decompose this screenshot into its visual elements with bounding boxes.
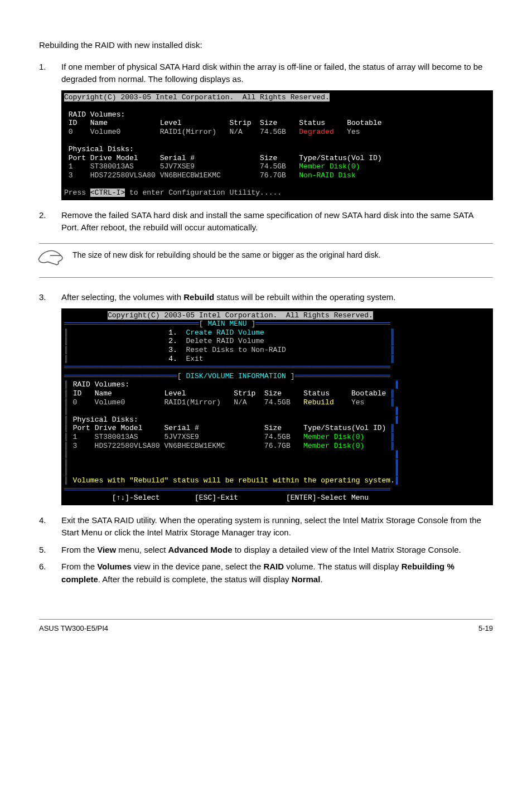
step3-pre: After selecting, the volumes with bbox=[61, 292, 183, 302]
menu-create: Create RAID Volume bbox=[186, 328, 264, 337]
step-2-num: 2. bbox=[39, 209, 61, 234]
rebuild-hint: Volumes with "Rebuild" status will be re… bbox=[69, 476, 395, 485]
s6d: RAID bbox=[263, 562, 284, 571]
s5a: From the bbox=[61, 545, 97, 554]
footer-right: 5-19 bbox=[478, 623, 493, 634]
s6b: Volumes bbox=[97, 562, 131, 571]
bios-screenshot-1: Copyright(C) 2003-05 Intel Corporation. … bbox=[61, 90, 493, 200]
note-block: The size of new disk for rebuilding shou… bbox=[39, 243, 493, 278]
step-6-num: 6. bbox=[39, 561, 61, 586]
step-2: 2. Remove the failed SATA hard disk and … bbox=[39, 209, 493, 234]
s6e: volume. The status will display bbox=[284, 562, 402, 571]
status-degraded: Degraded bbox=[299, 128, 333, 136]
status-rebuild: Rebuild bbox=[303, 398, 334, 407]
step-6-text: From the Volumes view in the device pane… bbox=[61, 561, 493, 586]
step-1: 1. If one member of physical SATA Hard d… bbox=[39, 61, 493, 86]
menu-delete: Delete RAID Volume bbox=[186, 337, 264, 345]
s5b: View bbox=[97, 545, 116, 554]
s6g: . After the rebuild is complete, the sta… bbox=[98, 574, 292, 584]
intro-text: Rebuilding the RAID with new installed d… bbox=[39, 39, 493, 52]
s5c: menu, select bbox=[116, 545, 168, 554]
s6c: view in the device pane, select the bbox=[132, 562, 264, 571]
menu-exit: Exit bbox=[186, 355, 203, 363]
bios-screenshot-2: Copyright(C) 2003-05 Intel Corporation. … bbox=[61, 308, 493, 505]
s6a: From the bbox=[61, 562, 97, 571]
note-text: The size of new disk for rebuilding shou… bbox=[72, 249, 493, 261]
footer-left: ASUS TW300-E5/PI4 bbox=[39, 623, 108, 634]
step3-post: status will be rebuilt within the operat… bbox=[214, 292, 395, 302]
page-footer: ASUS TW300-E5/PI4 5-19 bbox=[39, 619, 493, 634]
step-1-text: If one member of physical SATA Hard disk… bbox=[61, 61, 493, 86]
s5e: to display a detailed view of the Intel … bbox=[233, 545, 461, 554]
bios2-header: Copyright(C) 2003-05 Intel Corporation. … bbox=[108, 311, 373, 320]
s6i: . bbox=[320, 574, 322, 584]
nav-bar: [↑↓]-Select [ESC]-Exit [ENTER]-Select Me… bbox=[112, 494, 369, 502]
menu-reset: Reset Disks to Non-RAID bbox=[186, 346, 286, 354]
step-3: 3. After selecting, the volumes with Reb… bbox=[39, 291, 493, 304]
step-4-num: 4. bbox=[39, 514, 61, 539]
step3-bold: Rebuild bbox=[183, 292, 214, 302]
step-5: 5. From the View menu, select Advanced M… bbox=[39, 544, 493, 557]
step-5-text: From the View menu, select Advanced Mode… bbox=[61, 544, 493, 557]
s5d: Advanced Mode bbox=[168, 545, 233, 554]
s6h: Normal bbox=[292, 574, 321, 584]
step-2-text: Remove the failed SATA hard disk and ins… bbox=[61, 209, 493, 234]
step-4: 4. Exit the SATA RAID utility. When the … bbox=[39, 514, 493, 539]
bios1-header: Copyright(C) 2003-05 Intel Corporation. … bbox=[64, 93, 330, 102]
note-hand-icon bbox=[37, 248, 64, 272]
step-6: 6. From the Volumes view in the device p… bbox=[39, 561, 493, 586]
step-5-num: 5. bbox=[39, 544, 61, 557]
step-4-text: Exit the SATA RAID utility. When the ope… bbox=[61, 514, 493, 539]
step-3-num: 3. bbox=[39, 291, 61, 304]
step-1-num: 1. bbox=[39, 61, 61, 86]
step-3-text: After selecting, the volumes with Rebuil… bbox=[61, 291, 493, 304]
